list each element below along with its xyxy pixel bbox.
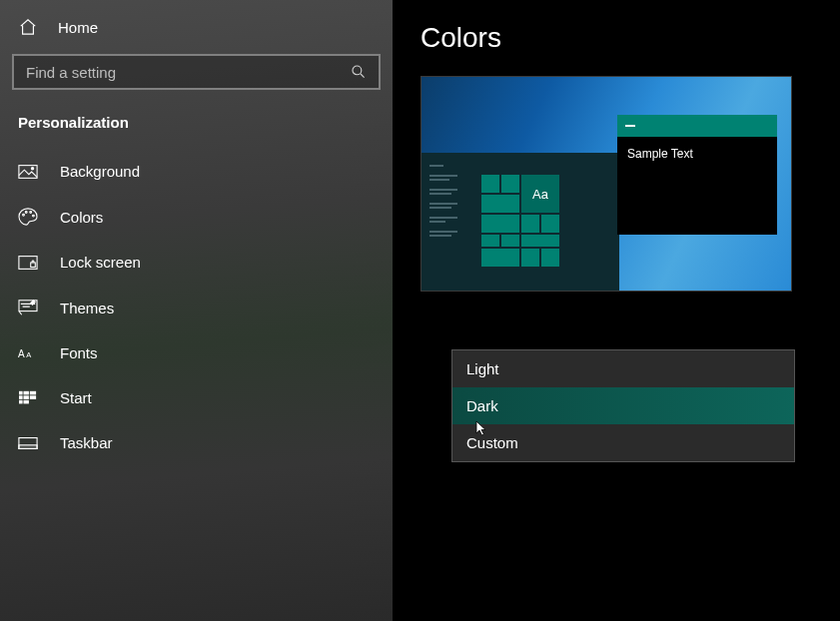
start-icon [18,390,38,406]
main-panel: Colors Aa [393,0,840,621]
sidebar-item-start[interactable]: Start [12,375,381,420]
nav-label: Colors [60,209,103,226]
mode-option-dark[interactable]: Dark [452,387,794,424]
mode-option-light[interactable]: Light [452,350,794,387]
settings-sidebar: Home Find a setting Personalization Back… [0,0,393,621]
svg-rect-21 [19,444,37,448]
svg-rect-15 [19,395,23,399]
palette-icon [18,208,38,226]
nav-label: Background [60,163,140,180]
nav-label: Themes [60,300,114,316]
preview-sample-text: Sample Text [617,137,777,235]
fonts-icon: AA [18,345,38,361]
svg-rect-17 [30,395,36,399]
nav-label: Taskbar [60,434,113,451]
picture-icon [18,164,38,180]
preview-start-mock: Aa [421,153,619,291]
paintbrush-icon [18,299,38,316]
svg-rect-8 [31,263,36,268]
sidebar-item-themes[interactable]: Themes [12,285,381,330]
page-title: Colors [420,22,812,54]
svg-point-4 [25,212,27,214]
mode-option-custom[interactable]: Custom [452,424,794,461]
svg-point-3 [23,214,25,216]
home-icon [18,18,38,36]
home-label: Home [58,19,98,36]
svg-rect-16 [24,395,29,399]
sidebar-item-colors[interactable]: Colors [12,194,381,240]
section-header: Personalization [12,108,381,149]
nav-label: Lock screen [60,254,141,271]
search-input[interactable]: Find a setting [12,54,381,90]
nav-label: Start [60,389,92,406]
search-icon [351,64,367,80]
svg-rect-14 [30,390,36,394]
svg-point-5 [30,212,32,214]
sidebar-item-taskbar[interactable]: Taskbar [12,420,381,465]
preview-window: Sample Text [617,115,777,235]
svg-point-2 [31,167,33,169]
svg-rect-18 [19,399,23,403]
preview-tile-aa: Aa [521,175,559,213]
sidebar-item-fonts[interactable]: AA Fonts [12,330,381,375]
lockscreen-icon [18,255,38,271]
svg-text:A: A [18,348,25,359]
svg-rect-1 [19,165,37,178]
svg-rect-12 [19,390,23,394]
sidebar-item-background[interactable]: Background [12,149,381,194]
color-mode-dropdown: Light Dark Custom [451,349,795,462]
search-placeholder: Find a setting [26,64,351,81]
nav-label: Fonts [60,344,98,361]
svg-rect-19 [24,399,29,403]
sidebar-item-lockscreen[interactable]: Lock screen [12,240,381,285]
svg-text:A: A [26,350,31,359]
color-preview: Aa Sample Text [420,76,792,292]
home-nav[interactable]: Home [12,8,381,48]
svg-rect-13 [24,390,29,394]
taskbar-icon [18,436,38,450]
svg-point-0 [353,66,362,75]
svg-point-6 [33,215,35,217]
